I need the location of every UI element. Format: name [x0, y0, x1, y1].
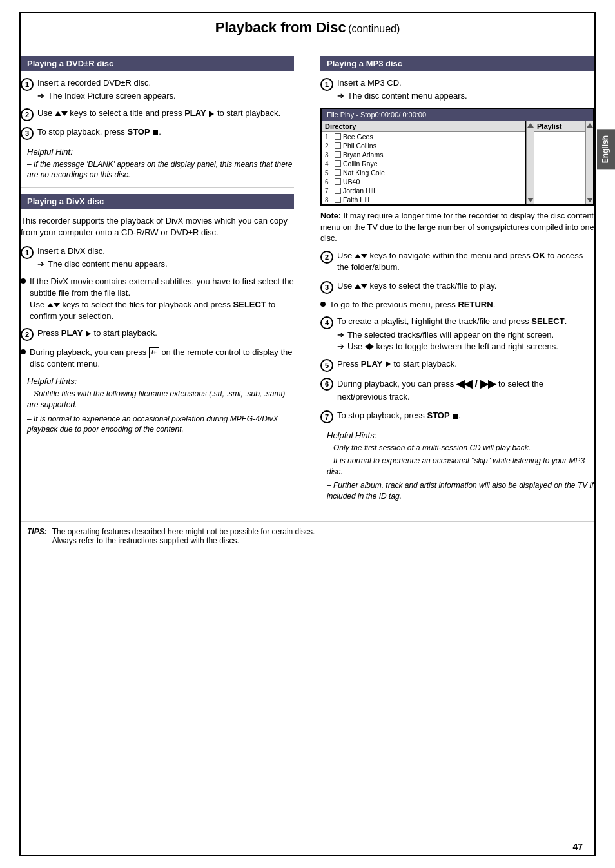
mp3-screen: File Play - Stop0:00:00/ 0:00:00 Directo…: [320, 108, 594, 206]
playlist-scrollbar: [585, 121, 593, 204]
mp3-bullet-dot-1: [320, 302, 326, 307]
divx-step-2-content: Press PLAY to start playback.: [37, 327, 294, 341]
page-number: 47: [572, 842, 583, 852]
folder-icon-6: [335, 178, 341, 185]
tips-label: TIPS:: [27, 527, 47, 545]
mp3-step-2-content: Use keys to navigate within the menu and…: [337, 250, 594, 275]
divx-section-header: Playing a DivX disc: [21, 194, 294, 209]
dvd-hint-text: – If the message 'BLANK' appears on the …: [27, 159, 294, 181]
info-icon: i+: [149, 347, 159, 358]
left-column: Playing a DVD±R disc 1 Insert a recorded…: [21, 56, 308, 508]
mp3-step-4-content: To create a playlist, highlight the trac…: [337, 316, 594, 352]
screen-item-6: 6 UB40: [322, 177, 525, 186]
mp3-step-7-num: 7: [320, 410, 333, 423]
page-title-area: Playback from Disc (continued): [21, 0, 594, 46]
mp3-hint-line-2: – It is normal to experience an occasion…: [327, 456, 594, 477]
mp3-step-3-text: Use keys to select the track/file to pla…: [337, 280, 594, 292]
tips-box: TIPS: The operating features described h…: [21, 521, 594, 550]
divx-intro: This recorder supports the playback of D…: [21, 215, 294, 238]
folder-icon-3: [335, 151, 341, 158]
mp3-step-3-content: Use keys to select the track/file to pla…: [337, 280, 594, 294]
mp3-step-4-arrow1-text: The selected tracks/files will appear on…: [347, 330, 554, 340]
dvd-step-2-num: 2: [21, 108, 34, 121]
mp3-step-1-arrow-text: The disc content menu appears.: [347, 91, 467, 101]
mp3-step-6-content: During playback, you can press ◀◀ / ▶▶ t…: [337, 377, 594, 405]
mp3-hint-title: Helpful Hints:: [327, 430, 594, 440]
skip-back-icon: ◀◀ / ▶▶: [456, 378, 496, 389]
bullet-dot-2: [21, 349, 26, 354]
border-right: [594, 12, 596, 856]
divx-step-2-text: Press PLAY to start playback.: [37, 327, 294, 339]
dvd-step-1: 1 Insert a recorded DVD±R disc. ➔ The In…: [21, 77, 294, 102]
playlist-scroll-up: [587, 123, 593, 128]
screen-body: Directory 1 Bee Gees 2 Phil Collins: [322, 121, 593, 204]
screen-item-5: 5 Nat King Cole: [322, 168, 525, 177]
dir-scrollbar: [526, 121, 534, 204]
folder-icon-1: [335, 133, 341, 140]
page-title: Playback from Disc: [215, 19, 346, 35]
tips-text-1: The operating features described here mi…: [52, 527, 315, 536]
screen-item-3: 3 Bryan Adams: [322, 150, 525, 159]
mp3-step-4-arrow2: ➔ Use keys to toggle between the left an…: [337, 342, 594, 351]
divx-hint-line-1: – Subtitle files with the following file…: [27, 389, 294, 410]
dvd-step-1-text: Insert a recorded DVD±R disc.: [37, 77, 294, 89]
folder-icon-2: [335, 142, 341, 149]
divx-step-1-text: Insert a DivX disc.: [37, 246, 294, 257]
mp3-step-6: 6 During playback, you can press ◀◀ / ▶▶…: [320, 377, 594, 405]
dvd-step-3-content: To stop playback, press STOP .: [37, 126, 294, 140]
content-area: Playing a DVD±R disc 1 Insert a recorded…: [21, 46, 594, 518]
playlist-scroll-down: [587, 198, 593, 202]
dvd-step-3-num: 3: [21, 127, 34, 140]
tips-text-2: Always refer to the instructions supplie…: [52, 536, 315, 545]
scroll-down-icon: [527, 198, 534, 202]
mp3-step-2: 2 Use keys to navigate within the menu a…: [320, 250, 594, 275]
dvd-step-2: 2 Use keys to select a title and press P…: [21, 108, 294, 121]
note-label: Note:: [320, 211, 341, 220]
divx-step-1-arrow: ➔ The disc content menu appears.: [37, 259, 294, 269]
dvd-section-header: Playing a DVD±R disc: [21, 56, 294, 71]
divx-hint: Helpful Hints: – Subtitle files with the…: [21, 376, 294, 435]
mp3-step-5-content: Press PLAY to start playback.: [337, 358, 594, 372]
folder-icon-7: [335, 188, 341, 194]
screen-item-2: 2 Phil Collins: [322, 141, 525, 150]
mp3-bullet-1: To go to the previous menu, press RETURN…: [320, 299, 594, 311]
screen-playlist-col: Playlist: [534, 121, 585, 204]
right-column: Playing a MP3 disc 1 Insert a MP3 CD. ➔ …: [308, 56, 594, 508]
folder-icon-8: [335, 197, 341, 203]
screen-item-7: 7 Jordan Hill: [322, 186, 525, 195]
mp3-step-1: 1 Insert a MP3 CD. ➔ The disc content me…: [320, 77, 594, 102]
note-text: It may require a longer time for the rec…: [320, 211, 594, 243]
mp3-section-header: Playing a MP3 disc: [320, 56, 594, 71]
mp3-section: Playing a MP3 disc 1 Insert a MP3 CD. ➔ …: [320, 56, 594, 502]
mp3-step-4-text: To create a playlist, highlight the trac…: [337, 316, 594, 327]
screen-playlist-header: Playlist: [534, 121, 585, 132]
divx-hint-line-2: – It is normal to experience an occasion…: [27, 414, 294, 436]
mp3-step-5-num: 5: [320, 359, 333, 372]
divx-bullet-1-content: If the DivX movie contains external subt…: [30, 276, 294, 323]
screen-dir-header: Directory: [322, 121, 525, 132]
divx-step-1-arrow-text: The disc content menu appears.: [48, 259, 168, 269]
dvd-step-3-text: To stop playback, press STOP .: [37, 126, 294, 138]
divx-bullet-2-content: During playback, you can press i+ on the…: [30, 347, 294, 370]
mp3-bullet-1-content: To go to the previous menu, press RETURN…: [329, 299, 594, 311]
divx-step-2-num: 2: [21, 328, 34, 341]
section-divider-1: [21, 187, 294, 188]
border-left: [19, 12, 21, 856]
mp3-step-6-text: During playback, you can press ◀◀ / ▶▶ t…: [337, 377, 594, 403]
mp3-step-6-num: 6: [320, 378, 333, 391]
divx-hint-title: Helpful Hints:: [27, 376, 294, 386]
divx-bullet-1: If the DivX movie contains external subt…: [21, 276, 294, 323]
border-bottom: [19, 855, 596, 856]
divx-step-1-content: Insert a DivX disc. ➔ The disc content m…: [37, 246, 294, 271]
dvd-hint: Helpful Hint: – If the message 'BLANK' a…: [21, 147, 294, 181]
mp3-step-2-num: 2: [320, 251, 333, 264]
mp3-hint-line-3: – Further album, track and artist inform…: [327, 480, 594, 502]
mp3-step-2-text: Use keys to navigate within the menu and…: [337, 250, 594, 273]
scroll-up-icon: [527, 123, 534, 128]
dvd-step-2-content: Use keys to select a title and press PLA…: [37, 108, 294, 121]
screen-items: 1 Bee Gees 2 Phil Collins 3: [322, 132, 525, 204]
page-title-continued: (continued): [348, 23, 400, 34]
mp3-step-3: 3 Use keys to select the track/file to p…: [320, 280, 594, 294]
bullet-dot-1: [21, 278, 26, 284]
mp3-step-1-num: 1: [320, 78, 333, 91]
